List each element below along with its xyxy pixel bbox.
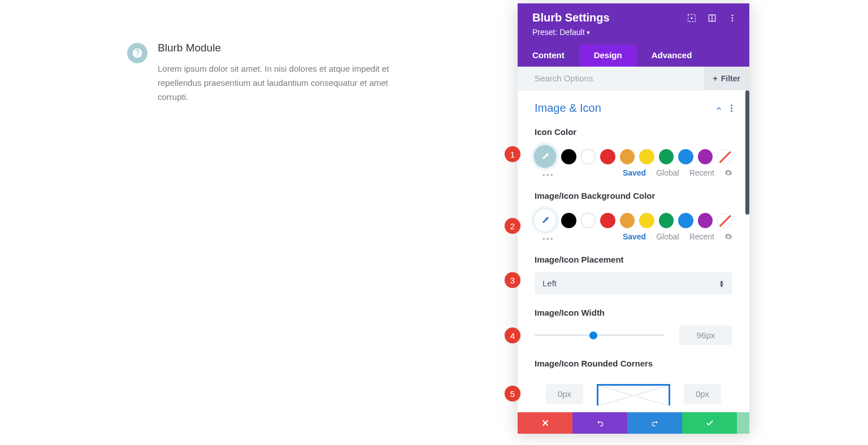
- color-swatch[interactable]: [600, 213, 615, 228]
- filter-label: Filter: [721, 74, 740, 83]
- more-icon[interactable]: [728, 14, 737, 23]
- field-corners: Image/Icon Rounded Corners: [535, 359, 732, 405]
- palette-saved[interactable]: Saved: [623, 168, 646, 177]
- width-slider[interactable]: [535, 334, 665, 336]
- no-color-swatch[interactable]: [717, 213, 732, 228]
- preset-selector[interactable]: Preset: Default▼: [532, 28, 737, 37]
- preview-text: Blurb Module Lorem ipsum dolor sit amet.…: [158, 42, 398, 104]
- corners-preview: [597, 384, 670, 405]
- palette-saved[interactable]: Saved: [623, 232, 646, 241]
- preview-title: Blurb Module: [158, 42, 398, 54]
- field-bg-color: Image/Icon Background Color Saved Global…: [535, 191, 732, 241]
- slider-thumb[interactable]: [589, 331, 597, 339]
- width-input[interactable]: [679, 325, 732, 345]
- tab-advanced[interactable]: Advanced: [637, 45, 707, 67]
- svg-point-6: [732, 20, 734, 21]
- corners-label: Image/Icon Rounded Corners: [535, 359, 732, 368]
- section-title[interactable]: Image & Icon: [535, 102, 601, 115]
- settings-panel: Blurb Settings Preset: Default▼ Content …: [518, 3, 749, 434]
- color-swatch[interactable]: [620, 149, 635, 164]
- chevron-up-icon[interactable]: [715, 104, 723, 112]
- annotation-badge: 1: [505, 146, 520, 162]
- color-swatch[interactable]: [678, 149, 693, 164]
- eyedropper-icon[interactable]: [533, 145, 557, 168]
- scrollbar[interactable]: [745, 90, 749, 215]
- color-swatch[interactable]: [561, 213, 576, 228]
- preset-label: Preset: Default: [532, 28, 585, 37]
- corner-tl-input[interactable]: [546, 384, 583, 404]
- undo-button[interactable]: [572, 412, 627, 434]
- corner-tr-input[interactable]: [684, 384, 721, 404]
- expand-icon[interactable]: [687, 14, 696, 23]
- annotation-badge: 4: [505, 328, 520, 343]
- color-swatch[interactable]: [678, 213, 693, 228]
- snap-icon[interactable]: [708, 14, 717, 23]
- svg-point-4: [732, 14, 734, 16]
- palette-recent[interactable]: Recent: [689, 232, 714, 241]
- svg-point-1: [691, 17, 692, 19]
- gear-icon[interactable]: [724, 233, 732, 241]
- question-icon: [127, 43, 147, 63]
- svg-point-5: [732, 17, 734, 19]
- redo-button[interactable]: [627, 412, 682, 434]
- blurb-preview: Blurb Module Lorem ipsum dolor sit amet.…: [127, 42, 398, 104]
- annotation-badge: 3: [505, 272, 520, 288]
- panel-title: Blurb Settings: [532, 11, 610, 24]
- panel-header: Blurb Settings Preset: Default▼: [518, 3, 749, 45]
- color-swatch[interactable]: [581, 149, 596, 164]
- annotation-badge: 2: [505, 218, 520, 234]
- color-swatch[interactable]: [639, 213, 654, 228]
- color-swatch[interactable]: [698, 149, 713, 164]
- color-swatch[interactable]: [639, 149, 654, 164]
- color-swatch[interactable]: [561, 149, 576, 164]
- color-swatch[interactable]: [659, 149, 674, 164]
- eyedropper-icon[interactable]: [533, 208, 557, 232]
- palette-links: Saved Global Recent: [535, 232, 732, 241]
- color-swatch[interactable]: [581, 213, 596, 228]
- color-swatch[interactable]: [620, 213, 635, 228]
- palette-recent[interactable]: Recent: [689, 168, 714, 177]
- palette-links: Saved Global Recent: [535, 168, 732, 177]
- field-placement: Image/Icon Placement Left ▲▼: [535, 255, 732, 294]
- field-icon-color: Icon Color Saved Global Recent: [535, 127, 732, 177]
- tab-design[interactable]: Design: [579, 45, 637, 67]
- save-button[interactable]: [682, 412, 737, 434]
- footer-extra: [737, 412, 749, 434]
- placement-select[interactable]: Left ▲▼: [535, 272, 732, 294]
- placement-label: Image/Icon Placement: [535, 255, 732, 264]
- color-swatch[interactable]: [659, 213, 674, 228]
- palette-global[interactable]: Global: [656, 168, 679, 177]
- color-swatch[interactable]: [698, 213, 713, 228]
- gear-icon[interactable]: [724, 169, 732, 177]
- panel-body: Image & Icon Icon Color Saved Global: [518, 90, 749, 412]
- tab-content[interactable]: Content: [518, 45, 579, 67]
- color-swatch[interactable]: [600, 149, 615, 164]
- icon-color-label: Icon Color: [535, 127, 732, 137]
- search-input[interactable]: [518, 67, 704, 90]
- no-color-swatch[interactable]: [717, 149, 732, 164]
- width-label: Image/Icon Width: [535, 308, 732, 317]
- bg-color-label: Image/Icon Background Color: [535, 191, 732, 200]
- placement-value: Left: [542, 278, 557, 288]
- annotation-badge: 5: [505, 386, 520, 402]
- preview-body: Lorem ipsum dolor sit amet. In nisi dolo…: [158, 62, 398, 104]
- palette-global[interactable]: Global: [656, 232, 679, 241]
- filter-button[interactable]: +Filter: [704, 67, 749, 90]
- field-width: Image/Icon Width: [535, 308, 732, 345]
- section-more-icon[interactable]: [731, 104, 732, 112]
- panel-footer: [518, 412, 749, 434]
- cancel-button[interactable]: [518, 412, 572, 434]
- tabs: Content Design Advanced: [518, 45, 749, 67]
- search-row: +Filter: [518, 67, 749, 90]
- select-arrows-icon: ▲▼: [719, 280, 724, 287]
